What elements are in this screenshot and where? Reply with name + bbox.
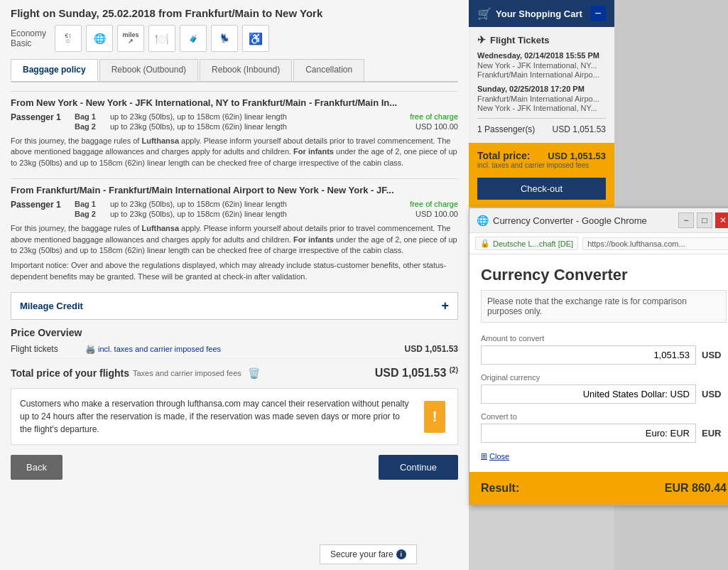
globe-icon[interactable]: 🌐 (86, 25, 113, 52)
cart-total-label: Total price: (477, 150, 530, 161)
cart-passengers-row: 1 Passenger(s) USD 1,051.53 (477, 124, 606, 134)
flight-tickets-amount: USD 1,051.53 (405, 344, 458, 354)
cart-flight1-route2: Frankfurt/Main International Airpo... (477, 70, 606, 79)
close-link[interactable]: ⊞ Close (481, 451, 727, 461)
secure-fare-area: Secure your fare i (320, 544, 417, 564)
price-overview: Price Overview Flight tickets 🖨️ incl. t… (11, 327, 458, 382)
bag2-desc: up to 23kg (50lbs), up to 158cm (62in) l… (110, 122, 387, 131)
cart-flight-1: Wednesday, 02/14/2018 15:55 PM New York … (477, 51, 606, 79)
r2-bag1-name: Bag 1 (75, 200, 110, 208)
total-suffix: (2) (450, 366, 458, 374)
route-section-1: From New York - New York - JFK Internati… (11, 91, 458, 168)
back-button[interactable]: Back (11, 455, 63, 480)
cart-flight1-date: Wednesday, 02/14/2018 15:55 PM (477, 51, 606, 60)
route2-title: From Frankfurt/Main - Frankfurt/Main Int… (11, 178, 458, 195)
euro-icon[interactable]: €↕ © (55, 25, 82, 52)
original-row: USD (481, 385, 727, 404)
close-icon: ⊞ (481, 451, 487, 461)
cart-flight2-date: Sunday, 02/25/2018 17:20 PM (477, 85, 606, 93)
popup-body: Currency Converter Please note that the … (469, 254, 728, 505)
original-input[interactable] (481, 385, 696, 404)
secure-label: Deutsche L...chaft [DE] (493, 240, 573, 248)
flight-tickets-note: 🖨️ incl. taxes and carrier imposed fees (85, 344, 221, 354)
passenger-row-1: Passenger 1 Bag 1 up to 23kg (50lbs), up… (11, 112, 458, 132)
baggage-icon[interactable]: 🧳 (180, 25, 207, 52)
cart-passengers-amount: USD 1,051.53 (553, 124, 606, 134)
bag-info-1: Bag 1 up to 23kg (50lbs), up to 158cm (6… (75, 112, 458, 132)
popup-minimize-button[interactable]: − (678, 213, 694, 228)
tab-rebook-inbound[interactable]: Rebook (Inbound) (200, 59, 292, 81)
passenger-label-1: Passenger 1 (11, 112, 67, 132)
popup-close-button[interactable]: ✕ (715, 213, 728, 228)
original-label: Original currency (481, 373, 727, 382)
popup-urlbar: 🔒 Deutsche L...chaft [DE] https://book.l… (469, 233, 728, 254)
cart-minimize-button[interactable]: − (590, 6, 606, 21)
cancellation-text: Customers who make a reservation through… (20, 397, 413, 436)
secure-info-badge: i (396, 549, 406, 559)
tab-rebook-outbound[interactable]: Rebook (Outbound) (99, 59, 198, 81)
amount-label: Amount to convert (481, 334, 727, 343)
bag2-name: Bag 2 (75, 122, 110, 131)
r2-bag2-name: Bag 2 (75, 210, 110, 218)
cart-plane-icon: ✈ (477, 34, 486, 45)
total-row: Total price of your flights Taxes and ca… (11, 363, 458, 382)
cart-flight2-route1: Frankfurt/Main International Airpo... (477, 95, 606, 103)
mileage-section[interactable]: Mileage Credit + (11, 292, 458, 320)
route2-notice: Important notice: Over and above the reg… (11, 260, 458, 282)
convert-to-field: Convert to EUR (481, 412, 727, 443)
secure-fare-button[interactable]: Secure your fare i (320, 544, 417, 564)
accessible-icon[interactable]: ♿ (242, 25, 269, 52)
popup-secure-indicator: 🔒 Deutsche L...chaft [DE] (475, 237, 578, 250)
close-label: Close (489, 452, 509, 461)
original-currency-field: Original currency USD (481, 373, 727, 404)
meal-icon[interactable]: 🍽️ (148, 25, 175, 52)
bag1-name: Bag 1 (75, 112, 110, 121)
mileage-expand-icon[interactable]: + (441, 299, 449, 313)
print-icon: 🖨️ (85, 344, 96, 354)
cart-total-note: incl. taxes and carrier imposed fees (477, 161, 606, 169)
amount-field: Amount to convert USD (481, 334, 727, 365)
total-amount: USD 1,051.53 (2) (375, 366, 458, 380)
popup-url-bar[interactable]: https://book.lufthansa.com... (582, 237, 728, 250)
chrome-icon: 🌐 (477, 215, 489, 226)
bag1-desc: up to 23kg (50lbs), up to 158cm (62in) l… (110, 112, 387, 121)
cart-header: 🛒 Your Shopping Cart − (469, 0, 614, 27)
r2-bag2-desc: up to 23kg (50lbs), up to 158cm (62in) l… (110, 210, 387, 218)
delete-icon[interactable]: 🗑️ (248, 367, 260, 379)
result-label: Result: (481, 482, 519, 495)
route2-policy: For this journey, the baggage rules of L… (11, 223, 458, 256)
converter-note: Please note that the exchange rate is fo… (481, 290, 727, 323)
flight-tickets-label: Flight tickets (11, 344, 82, 354)
currency-converter-popup: 🌐 Currency Converter - Google Chrome − □… (469, 208, 728, 505)
action-buttons: Back Continue (11, 455, 458, 480)
result-box: Result: EUR 860.44 (469, 472, 728, 505)
amount-input[interactable] (481, 345, 696, 365)
flight-tickets-note-text: incl. taxes and carrier imposed fees (98, 345, 221, 353)
popup-title-area: 🌐 Currency Converter - Google Chrome (477, 215, 647, 226)
converter-title: Currency Converter (481, 266, 727, 284)
cart-flight1-route1: New York - JFK International, NY... (477, 61, 606, 70)
cart-passengers-label: 1 Passenger(s) (477, 124, 535, 134)
convert-input[interactable] (481, 424, 696, 443)
continue-button[interactable]: Continue (379, 455, 458, 480)
exclamation-icon: ! (424, 401, 445, 433)
tab-baggage-policy[interactable]: Baggage policy (11, 59, 98, 81)
cart-flight2-route2: New York - JFK International, NY... (477, 104, 606, 112)
cancellation-notice: Customers who make a reservation through… (11, 388, 458, 445)
passenger-row-2: Passenger 1 Bag 1 up to 23kg (50lbs), up… (11, 200, 458, 220)
seat-icon[interactable]: 💺 (211, 25, 238, 52)
amount-currency: USD (702, 350, 727, 360)
secure-fare-label: Secure your fare (330, 549, 393, 559)
popup-controls: − □ ✕ (678, 213, 728, 228)
route1-policy: For this journey, the baggage rules of L… (11, 136, 458, 168)
checkout-button[interactable]: Check-out (477, 178, 606, 200)
tab-cancellation[interactable]: Cancellation (293, 59, 364, 81)
popup-maximize-button[interactable]: □ (697, 213, 712, 228)
miles-icon[interactable]: miles↗ (117, 25, 144, 52)
price-overview-title: Price Overview (11, 327, 458, 338)
lock-icon: 🔒 (480, 239, 490, 248)
notice-icon-area: ! (420, 397, 449, 436)
convert-row: EUR (481, 424, 727, 443)
cart-header-title-text: Your Shopping Cart (496, 9, 582, 19)
r2-bag1-desc: up to 23kg (50lbs), up to 158cm (62in) l… (110, 200, 387, 208)
